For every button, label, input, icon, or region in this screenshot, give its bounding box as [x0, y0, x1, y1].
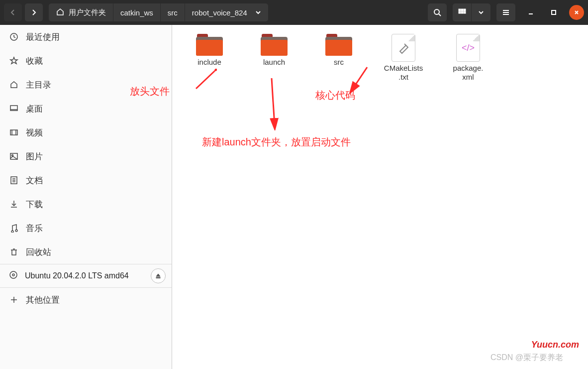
hamburger-menu-button[interactable] [496, 3, 515, 21]
file-package-xml[interactable]: </> package.xml [446, 34, 490, 82]
image-icon [9, 152, 19, 161]
sidebar-item-starred[interactable]: 收藏 [0, 49, 172, 73]
annotation-arrow [192, 69, 217, 94]
folder-icon [261, 34, 288, 56]
sidebar-item-other[interactable]: 其他位置 [0, 288, 172, 312]
svg-line-40 [272, 78, 275, 125]
svg-rect-6 [461, 11, 463, 13]
doc-icon [9, 176, 19, 185]
download-icon [9, 200, 19, 209]
nav-forward-button[interactable] [25, 3, 43, 21]
trash-icon [9, 247, 19, 256]
sidebar-disk[interactable]: Ubuntu 20.04.2.0 LTS amd64 [0, 264, 172, 288]
svg-rect-34 [156, 277, 160, 278]
search-button[interactable] [428, 3, 447, 21]
breadcrumb-home[interactable]: 用户文件夹 [49, 3, 113, 21]
home-icon [56, 7, 65, 18]
sidebar-item-recent[interactable]: 最近使用 [0, 25, 172, 49]
breadcrumb-seg-3[interactable]: robot_voice_824 [185, 3, 268, 21]
desktop-icon [9, 104, 19, 113]
code-file-icon: </> [456, 34, 480, 62]
svg-marker-33 [156, 274, 160, 276]
folder-launch[interactable]: launch [252, 34, 296, 82]
folder-icon [196, 34, 223, 56]
svg-point-23 [12, 155, 13, 156]
breadcrumb: 用户文件夹 catkin_ws src robot_voice_824 [49, 3, 268, 21]
svg-point-32 [12, 274, 14, 276]
breadcrumb-home-label: 用户文件夹 [69, 8, 106, 17]
svg-rect-4 [464, 9, 466, 11]
svg-line-1 [439, 14, 441, 16]
svg-marker-16 [10, 57, 17, 64]
disc-icon [9, 270, 18, 281]
annotation-arrow [347, 65, 372, 95]
sidebar-item-pictures[interactable]: 图片 [0, 144, 172, 168]
svg-rect-12 [552, 10, 556, 14]
sidebar-item-downloads[interactable]: 下载 [0, 192, 172, 216]
annotation-2: 新建launch文件夹，放置启动文件 [202, 135, 351, 149]
clock-icon [9, 32, 19, 41]
svg-line-42 [352, 67, 367, 90]
breadcrumb-seg-1[interactable]: catkin_ws [113, 3, 161, 21]
sidebar-item-music[interactable]: 音乐 [0, 216, 172, 240]
sidebar: 最近使用 收藏 主目录 桌面 视频 图片 文档 下载 音乐 回收站 Ubuntu… [0, 25, 172, 369]
star-icon [9, 56, 19, 65]
file-view[interactable]: include launch src CMakeLists.txt </> pa… [172, 25, 588, 369]
svg-point-0 [434, 9, 439, 14]
svg-rect-2 [459, 9, 461, 11]
watermark: CSDN @栗子要养老 [490, 353, 563, 363]
svg-line-38 [196, 71, 214, 89]
svg-rect-5 [459, 11, 461, 13]
build-file-icon [392, 34, 415, 62]
window-minimize-button[interactable] [523, 5, 538, 20]
annotation-arrow [266, 76, 281, 130]
home-icon [9, 80, 19, 89]
sidebar-item-videos[interactable]: 视频 [0, 121, 172, 144]
folder-icon [325, 34, 352, 56]
window-maximize-button[interactable] [546, 5, 561, 20]
sidebar-item-home[interactable]: 主目录 [0, 73, 172, 97]
eject-button[interactable] [151, 268, 166, 283]
file-cmakelists[interactable]: CMakeLists.txt [381, 34, 426, 82]
music-icon [9, 224, 19, 233]
watermark: Yuucn.com [531, 340, 579, 350]
sidebar-item-desktop[interactable]: 桌面 [0, 97, 172, 121]
breadcrumb-seg-2[interactable]: src [161, 3, 185, 21]
window-close-button[interactable] [569, 5, 584, 20]
svg-point-31 [10, 271, 17, 278]
titlebar: 用户文件夹 catkin_ws src robot_voice_824 [0, 0, 588, 25]
svg-rect-19 [10, 130, 17, 135]
view-toggle [453, 3, 490, 21]
sidebar-item-trash[interactable]: 回收站 [0, 240, 172, 264]
svg-rect-7 [464, 11, 466, 13]
svg-rect-3 [461, 9, 463, 11]
chevron-down-icon [255, 8, 261, 17]
view-options-button[interactable] [472, 3, 490, 21]
plus-icon [9, 295, 19, 304]
sidebar-item-documents[interactable]: 文档 [0, 168, 172, 192]
nav-back-button[interactable] [4, 3, 22, 21]
grid-view-button[interactable] [453, 3, 472, 21]
video-icon [9, 128, 19, 137]
